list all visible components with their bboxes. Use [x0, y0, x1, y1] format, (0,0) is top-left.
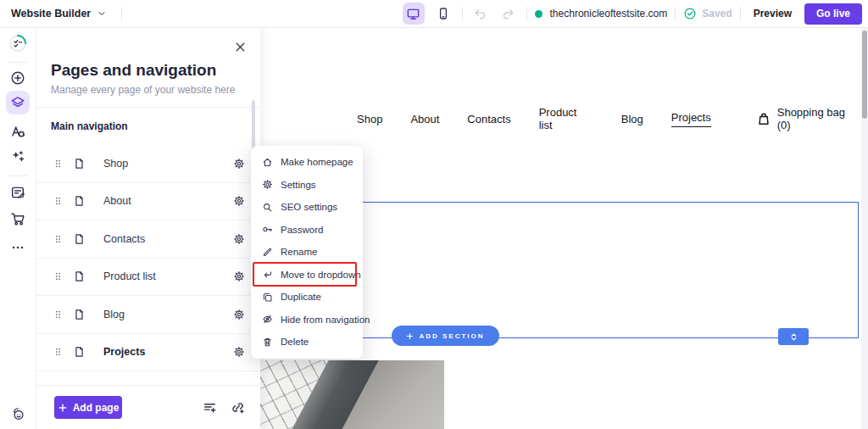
divider: [121, 7, 122, 20]
page-row[interactable]: Blog: [36, 296, 260, 334]
site-nav-link-shop[interactable]: Shop: [357, 113, 382, 125]
site-nav-link-blog[interactable]: Blog: [621, 113, 643, 125]
page-settings-gear-icon[interactable]: [233, 158, 245, 170]
divider: [675, 7, 676, 20]
pencil-icon: [262, 247, 273, 258]
add-page-button[interactable]: Add page: [54, 396, 122, 419]
setup-checklist-button[interactable]: [6, 31, 30, 55]
add-elements-button[interactable]: [6, 66, 30, 90]
move-section-button[interactable]: [778, 328, 809, 345]
redo-icon: [501, 7, 515, 21]
main-navigation-label: Main navigation: [51, 120, 128, 132]
left-icon-rail: [0, 27, 36, 429]
divider: [8, 62, 28, 63]
page-icon: [73, 157, 86, 170]
drag-handle-icon[interactable]: [53, 196, 64, 207]
undo-icon: [473, 7, 487, 21]
menu-item-seo-settings[interactable]: SEO settings: [251, 196, 363, 219]
pages-navigation-button[interactable]: [6, 91, 30, 114]
drag-handle-icon[interactable]: [53, 347, 64, 358]
menu-item-make-homepage[interactable]: Make homepage: [251, 151, 363, 174]
chevron-down-icon[interactable]: [97, 8, 107, 19]
page-row-active[interactable]: Projects: [36, 334, 260, 372]
pages-panel: Pages and navigation Manage every page o…: [36, 27, 260, 429]
menu-item-rename[interactable]: Rename: [251, 241, 363, 264]
ellipsis-icon: [10, 240, 25, 255]
gear-icon: [262, 179, 273, 190]
undo-button[interactable]: [470, 3, 491, 24]
drag-handle-icon[interactable]: [53, 233, 64, 244]
menu-item-label: Duplicate: [281, 292, 321, 302]
page-settings-gear-icon[interactable]: [233, 309, 245, 320]
site-nav-link-about[interactable]: About: [410, 113, 439, 125]
plus-icon: [58, 403, 68, 413]
mobile-view-button[interactable]: [432, 3, 454, 25]
menu-item-label: Make homepage: [281, 157, 353, 167]
site-domain[interactable]: thechronicleoftestsite.com: [550, 8, 668, 20]
page-icon: [73, 195, 86, 208]
page-settings-gear-icon[interactable]: [233, 270, 245, 282]
check-circle-icon: [683, 7, 697, 20]
page-icon: [73, 232, 86, 245]
add-page-label: Add page: [73, 402, 120, 414]
site-online-dot: [535, 10, 542, 18]
chevrons-up-down-icon: [788, 331, 799, 343]
menu-item-label: Settings: [281, 180, 316, 190]
close-panel-button[interactable]: [232, 39, 248, 54]
site-nav-link-contacts[interactable]: Contacts: [467, 113, 510, 125]
sparkles-icon: [10, 149, 25, 164]
note-pencil-icon: [10, 185, 25, 200]
page-row[interactable]: Product list: [36, 259, 260, 297]
page-settings-gear-icon[interactable]: [233, 233, 245, 245]
canvas-scrollbar-thumb[interactable]: [862, 31, 867, 119]
cart-icon: [10, 211, 25, 226]
menu-item-duplicate[interactable]: Duplicate: [251, 286, 363, 309]
page-settings-gear-icon[interactable]: [233, 195, 245, 207]
page-label: Product list: [103, 270, 156, 282]
page-row[interactable]: About: [36, 183, 260, 221]
add-section-button[interactable]: ADD SECTION: [392, 326, 499, 346]
layers-icon: [10, 95, 25, 110]
home-icon: [262, 157, 273, 168]
more-options-button[interactable]: [6, 236, 30, 259]
enter-icon: [262, 269, 273, 280]
blog-button[interactable]: [6, 181, 30, 204]
page-row[interactable]: Contacts: [36, 220, 260, 259]
drag-handle-icon[interactable]: [53, 271, 64, 282]
website-styles-button[interactable]: [6, 120, 30, 143]
menu-item-password[interactable]: Password: [251, 219, 363, 242]
add-link-button[interactable]: [229, 398, 246, 415]
page-settings-gear-icon[interactable]: [233, 346, 245, 358]
page-row[interactable]: Shop: [36, 145, 260, 183]
menu-item-label: Password: [281, 225, 324, 235]
menu-item-label: Move to dropdown: [281, 270, 361, 280]
divider: [526, 7, 527, 20]
site-nav-link-product-list[interactable]: Product list: [539, 106, 593, 131]
divider: [36, 107, 260, 108]
text-style-icon: [10, 124, 25, 139]
help-chat-button[interactable]: [6, 402, 30, 426]
redo-button[interactable]: [498, 3, 519, 24]
section-photo[interactable]: [260, 360, 444, 429]
menu-item-delete[interactable]: Delete: [251, 331, 363, 354]
search-icon: [262, 202, 273, 213]
trash-icon: [262, 337, 273, 348]
plus-icon: [406, 332, 414, 340]
drag-handle-icon[interactable]: [53, 158, 64, 169]
shopping-bag-button[interactable]: Shopping bag (0): [756, 106, 861, 131]
menu-item-label: Delete: [281, 337, 309, 347]
menu-item-settings[interactable]: Settings: [251, 174, 363, 197]
go-live-button[interactable]: Go live: [804, 3, 862, 25]
saved-label: Saved: [702, 8, 732, 20]
desktop-view-button[interactable]: [403, 3, 425, 25]
store-button[interactable]: [6, 207, 30, 231]
drag-handle-icon[interactable]: [53, 309, 64, 320]
menu-item-hide-from-navigation[interactable]: Hide from navigation: [251, 309, 363, 332]
site-nav-link-projects[interactable]: Projects: [671, 111, 711, 127]
preview-button[interactable]: Preview: [748, 8, 797, 20]
page-icon: [73, 308, 86, 320]
add-navigation-group-button[interactable]: [201, 398, 218, 415]
ai-tools-button[interactable]: [6, 145, 30, 169]
page-label: About: [103, 195, 131, 207]
menu-item-move-to-dropdown[interactable]: Move to dropdown: [251, 264, 363, 287]
